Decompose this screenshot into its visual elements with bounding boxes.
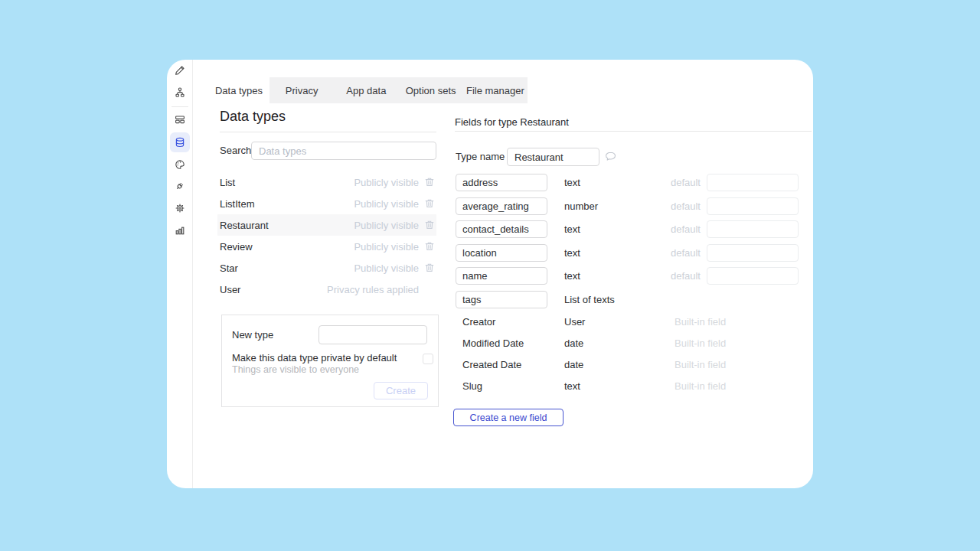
field-name-input[interactable] [456,197,547,215]
builtin-field-type: text [564,376,580,397]
field-default-input[interactable] [707,244,799,262]
comment-bubble-icon[interactable] [604,150,617,163]
data-type-status: Publicly visible [354,198,419,210]
data-type-row[interactable]: ListPublicly visible [217,171,436,193]
data-type-name: ListItem [220,198,354,210]
gear-icon[interactable] [174,202,186,214]
field-default-input[interactable] [707,197,799,215]
builtin-field-tag: Built-in field [675,311,726,333]
field-type-label: number [564,197,598,215]
default-label: default [639,220,701,238]
field-default-input[interactable] [707,220,799,238]
data-type-status: Publicly visible [354,241,419,253]
data-type-name: Star [220,262,354,274]
builtin-field-row: Modified DatedateBuilt-in field [456,333,808,354]
default-label: default [639,244,701,262]
data-type-list: ListPublicly visibleListItemPublicly vis… [217,171,436,300]
data-type-name: Review [220,241,354,253]
builtin-field-tag: Built-in field [675,354,726,376]
builtin-field-name: Modified Date [462,333,524,354]
data-type-row[interactable]: RestaurantPublicly visible [217,214,436,236]
new-type-box: New type Make this data type private by … [221,315,439,407]
right-panel-divider [455,131,812,132]
builtin-field-row: SlugtextBuilt-in field [456,376,808,397]
plug-icon[interactable] [174,180,186,192]
pencil-icon[interactable] [174,64,186,77]
sidebar-item-data-selected[interactable] [170,132,190,152]
field-row: List of texts [456,291,808,308]
data-type-row[interactable]: UserPrivacy rules applied [217,279,436,300]
editor-card: Data typesPrivacyApp dataOption setsFile… [167,60,813,488]
field-name-input[interactable] [456,291,547,308]
data-type-row[interactable]: StarPublicly visible [217,257,436,279]
fields-list: textdefaultnumberdefaulttextdefaulttextd… [456,174,808,314]
field-default-input[interactable] [707,267,799,285]
search-label: Search [220,142,251,160]
palette-icon[interactable] [174,158,186,171]
builtin-field-name: Created Date [462,354,521,376]
layout-icon[interactable] [174,113,186,126]
data-type-status: Publicly visible [354,220,419,231]
sidebar-divider [172,106,188,107]
create-new-field-button[interactable]: Create a new field [453,409,564,426]
tab-data-types[interactable]: Data types [208,77,270,103]
builtin-field-row: Created DatedateBuilt-in field [456,354,808,376]
tab-file-manager[interactable]: File manager [463,77,528,103]
data-type-name: Restaurant [220,220,354,231]
field-name-input[interactable] [456,244,547,262]
create-type-button[interactable]: Create [374,382,428,399]
field-type-label: text [564,244,580,262]
type-name-input[interactable] [507,148,599,166]
data-type-status: Publicly visible [354,177,419,188]
default-label: default [639,197,701,215]
database-icon [174,136,186,148]
chart-icon[interactable] [174,224,186,236]
builtin-fields-list: CreatorUserBuilt-in fieldModified Dateda… [456,311,808,397]
field-name-input[interactable] [456,220,547,238]
data-type-name: List [220,177,354,188]
data-type-row[interactable]: ReviewPublicly visible [217,236,436,257]
builtin-field-name: Slug [462,376,482,397]
trash-icon[interactable] [424,220,435,230]
builtin-field-tag: Built-in field [675,376,726,397]
field-type-label: text [564,220,580,238]
field-row: textdefault [456,174,808,191]
tab-bar: Data typesPrivacyApp dataOption setsFile… [208,77,528,103]
private-hint: Things are visible to everyone [232,364,359,375]
left-panel-divider [220,132,436,132]
field-name-input[interactable] [456,174,547,191]
tab-privacy[interactable]: Privacy [270,77,334,103]
tab-option-sets[interactable]: Option sets [399,77,463,103]
tab-app-data[interactable]: App data [334,77,398,103]
default-label: default [639,267,701,285]
builtin-field-type: User [564,311,585,333]
new-type-input[interactable] [318,325,427,344]
field-name-input[interactable] [456,267,547,285]
sitemap-icon[interactable] [174,86,186,99]
type-name-label: Type name [456,148,505,166]
builtin-field-name: Creator [462,311,495,333]
fields-header: Fields for type Restaurant [455,116,569,128]
builtin-field-row: CreatorUserBuilt-in field [456,311,808,333]
data-type-status: Privacy rules applied [327,284,419,295]
trash-icon[interactable] [424,262,435,273]
page-background: Data typesPrivacyApp dataOption setsFile… [0,0,980,551]
private-checkbox[interactable] [423,354,433,364]
field-row: textdefault [456,267,808,285]
builtin-field-type: date [564,333,583,354]
search-input[interactable] [251,142,436,160]
trash-icon[interactable] [424,241,435,252]
field-row: textdefault [456,220,808,238]
private-by-default-label: Make this data type private by default [232,352,397,364]
field-default-input[interactable] [707,174,799,191]
data-type-row[interactable]: ListItemPublicly visible [217,193,436,214]
data-type-name: User [220,284,327,295]
field-row: textdefault [456,244,808,262]
sidebar [167,60,193,488]
trash-icon[interactable] [424,177,435,187]
builtin-field-tag: Built-in field [675,333,726,354]
data-type-status: Publicly visible [354,262,419,274]
trash-icon[interactable] [424,198,435,209]
default-label: default [639,174,701,191]
new-type-label: New type [232,325,273,344]
